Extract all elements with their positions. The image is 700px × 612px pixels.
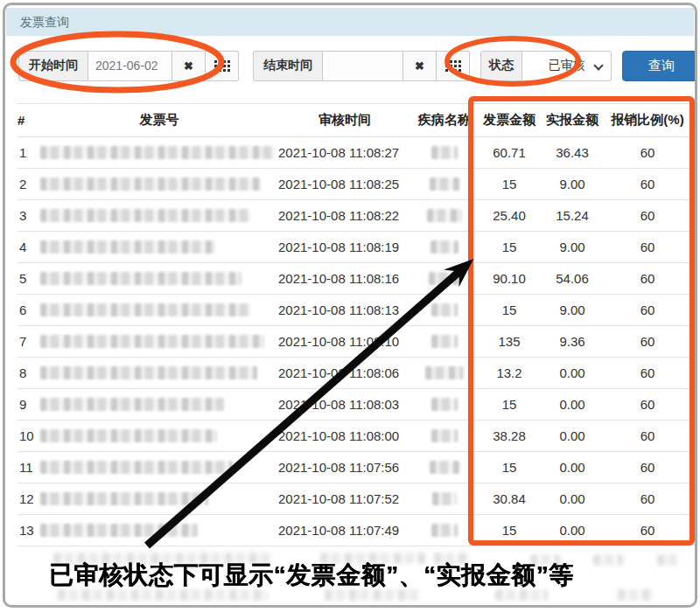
invoice-amount: 15 [478, 169, 541, 200]
clear-icon: ✖ [184, 59, 193, 73]
disease-name-redacted [411, 169, 478, 200]
table-row[interactable]: 12 2021-10-08 11:07:52 30.84 0.00 60 [18, 483, 691, 515]
ratio: 60 [604, 452, 691, 483]
paid-amount: 15.24 [541, 200, 604, 232]
invoice-number-redacted [40, 358, 278, 389]
table-row[interactable]: 11 2021-10-08 11:07:56 15 0.00 60 [18, 452, 691, 483]
row-index: 3 [18, 200, 40, 232]
paid-amount: 54.06 [541, 263, 604, 295]
start-time-label: 开始时间 [18, 51, 88, 81]
audit-time: 2021-10-08 11:07:56 [278, 452, 411, 483]
calendar-grid-icon [214, 60, 217, 63]
status-select[interactable]: 已审核 [522, 51, 612, 81]
row-index: 4 [18, 232, 40, 263]
ratio: 60 [604, 169, 691, 200]
ratio: 60 [604, 295, 691, 326]
chevron-down-icon [593, 60, 603, 70]
invoice-amount: 25.40 [478, 200, 541, 232]
col-header-invoice-no: 发票号 [40, 104, 278, 137]
disease-name-redacted [411, 483, 478, 515]
audit-time: 2021-10-08 11:08:27 [278, 137, 411, 169]
row-index: 2 [18, 169, 40, 200]
table-header-row: # 发票号 审核时间 疾病名称 发票金额 实报金额 报销比例(%) [18, 104, 691, 137]
table-row[interactable]: 3 2021-10-08 11:08:22 25.40 15.24 60 [18, 200, 691, 232]
table-row[interactable]: 1 2021-10-08 11:08:27 60.71 36.43 60 [18, 137, 691, 169]
invoice-amount: 15 [478, 389, 541, 421]
audit-time: 2021-10-08 11:08:22 [278, 200, 411, 232]
table-row[interactable]: 2 2021-10-08 11:08:25 15 9.00 60 [18, 169, 691, 200]
invoice-number-redacted [40, 263, 278, 295]
table-row[interactable]: 8 2021-10-08 11:08:06 13.2 0.00 60 [18, 358, 691, 389]
start-time-input[interactable] [88, 51, 172, 81]
start-time-calendar-button[interactable] [206, 51, 239, 81]
invoice-amount: 135 [478, 326, 541, 358]
invoice-amount: 13.2 [478, 358, 541, 389]
row-index: 6 [18, 295, 40, 326]
audit-time: 2021-10-08 11:08:06 [278, 358, 411, 389]
row-index: 1 [18, 137, 40, 169]
table-row[interactable]: 6 2021-10-08 11:08:13 15 9.00 60 [18, 295, 691, 326]
audit-time: 2021-10-08 11:07:52 [278, 483, 411, 515]
invoice-number-redacted [40, 169, 278, 200]
paid-amount: 9.00 [541, 295, 604, 326]
app-window: 发票查询 开始时间 ✖ 结束时间 ✖ 状态 [3, 3, 697, 608]
invoice-amount: 90.10 [478, 263, 541, 295]
row-index: 12 [18, 483, 40, 515]
ratio: 60 [604, 483, 691, 515]
filter-bar: 开始时间 ✖ 结束时间 ✖ 状态 已审核 [18, 50, 697, 81]
calendar-grid-icon [445, 60, 448, 63]
table-row[interactable]: 5 2021-10-08 11:08:16 90.10 54.06 60 [18, 263, 691, 295]
audit-time: 2021-10-08 11:08:19 [278, 232, 411, 263]
col-header-invoice-amount: 发票金额 [478, 104, 541, 137]
invoice-table: # 发票号 审核时间 疾病名称 发票金额 实报金额 报销比例(%) 1 2021… [18, 103, 691, 546]
start-time-group: 开始时间 ✖ [18, 51, 239, 81]
table-row[interactable]: 13 2021-10-08 11:07:49 15 0.00 60 [18, 515, 691, 546]
invoice-number-redacted [40, 483, 278, 515]
audit-time: 2021-10-08 11:08:16 [278, 263, 411, 295]
page-title: 发票查询 [6, 8, 694, 36]
col-header-ratio: 报销比例(%) [604, 104, 691, 137]
disease-name-redacted [411, 295, 478, 326]
paid-amount: 0.00 [541, 483, 604, 515]
end-time-group: 结束时间 ✖ [253, 51, 470, 81]
disease-name-redacted [411, 452, 478, 483]
invoice-number-redacted [40, 452, 278, 483]
ratio: 60 [604, 358, 691, 389]
row-index: 9 [18, 389, 40, 421]
clear-icon: ✖ [415, 59, 424, 73]
row-index: 13 [18, 515, 40, 546]
end-time-calendar-button[interactable] [437, 51, 470, 81]
table-body: 1 2021-10-08 11:08:27 60.71 36.43 60 2 2… [18, 137, 691, 546]
table-row[interactable]: 7 2021-10-08 11:08:10 135 9.36 60 [18, 326, 691, 358]
query-button[interactable]: 查询 [622, 51, 697, 81]
disease-name-redacted [411, 200, 478, 232]
annotation-caption: 已审核状态下可显示“发票金额”、“实报金额”等 [49, 559, 696, 592]
disease-name-redacted [411, 137, 478, 169]
table-row[interactable]: 4 2021-10-08 11:08:19 15 9.00 60 [18, 232, 691, 263]
invoice-number-redacted [40, 295, 278, 326]
ratio: 60 [604, 200, 691, 232]
audit-time: 2021-10-08 11:08:03 [278, 389, 411, 421]
invoice-amount: 15 [478, 295, 541, 326]
table-row[interactable]: 10 2021-10-08 11:08:00 38.28 0.00 60 [18, 421, 691, 452]
invoice-amount: 30.84 [478, 483, 541, 515]
paid-amount: 0.00 [541, 452, 604, 483]
disease-name-redacted [411, 515, 478, 546]
end-time-input[interactable] [323, 51, 403, 81]
status-group: 状态 已审核 [480, 51, 612, 81]
table-row[interactable]: 9 2021-10-08 11:08:03 15 0.00 60 [18, 389, 691, 421]
col-header-audit-time: 审核时间 [278, 104, 411, 137]
invoice-amount: 15 [478, 232, 541, 263]
row-index: 8 [18, 358, 40, 389]
start-time-clear-button[interactable]: ✖ [172, 51, 206, 81]
ratio: 60 [604, 515, 691, 546]
ratio: 60 [604, 232, 691, 263]
end-time-clear-button[interactable]: ✖ [403, 51, 437, 81]
ratio: 60 [604, 389, 691, 421]
end-time-label: 结束时间 [253, 51, 323, 81]
paid-amount: 9.00 [541, 169, 604, 200]
ratio: 60 [604, 421, 691, 452]
paid-amount: 36.43 [541, 137, 604, 169]
paid-amount: 9.36 [541, 326, 604, 358]
invoice-number-redacted [40, 326, 278, 358]
